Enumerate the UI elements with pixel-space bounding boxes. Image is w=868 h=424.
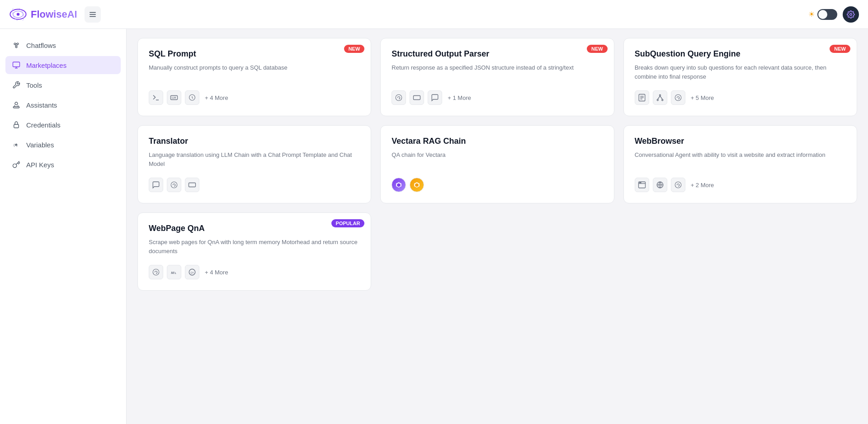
card-title: SQL Prompt [149, 49, 333, 59]
card-desc-6: Conversational Agent with ability to vis… [635, 151, 846, 169]
credentials-icon [12, 120, 21, 129]
terminal-icon [149, 90, 163, 105]
logo-text: FlowiseAI [31, 9, 77, 20]
svg-point-7 [850, 13, 852, 15]
svg-line-13 [17, 45, 18, 47]
svg-point-17 [15, 102, 18, 105]
svg-point-35 [661, 99, 663, 101]
card-icons-7: M/ʟ QA + 4 More [149, 265, 360, 279]
card-icons-4 [149, 178, 360, 192]
sidebar-item-chatflows[interactable]: Chatflows [5, 36, 121, 54]
settings-icon [847, 10, 855, 19]
svg-point-47 [639, 183, 640, 183]
card-icons: LLM + 4 More [149, 90, 360, 105]
card-title-3: SubQuestion Query Engine [635, 49, 819, 59]
api-keys-label: API Keys [26, 161, 54, 169]
card-subquestion-query-engine[interactable]: NEW SubQuestion Query Engine Breaks down… [623, 38, 857, 116]
motorhead-icon: M/ʟ [167, 265, 181, 279]
svg-point-33 [659, 94, 660, 96]
sun-icon: ☀ [808, 10, 815, 19]
openai-icon-5 [671, 178, 685, 192]
sidebar-item-marketplaces[interactable]: Marketplaces [5, 56, 121, 74]
svg-rect-40 [189, 183, 196, 187]
api-keys-icon [12, 160, 21, 169]
card-more-text-6: + 2 More [691, 182, 714, 188]
assistants-label: Assistants [26, 101, 57, 109]
sidebar-item-assistants[interactable]: Assistants [5, 96, 121, 114]
sidebar-item-credentials[interactable]: Credentials [5, 116, 121, 134]
hamburger-button[interactable] [85, 6, 101, 23]
card-title-5: Vectara RAG Chain [392, 137, 576, 146]
qa-icon: QA [185, 265, 199, 279]
svg-rect-14 [13, 62, 20, 67]
card-structured-output-parser[interactable]: NEW Structured Output Parser Return resp… [380, 38, 614, 116]
svg-rect-28 [414, 96, 420, 100]
card-desc-2: Return response as a specified JSON stru… [392, 63, 603, 81]
topbar: FlowiseAI ☀ [0, 0, 868, 29]
svg-point-52 [153, 269, 159, 275]
settings-button[interactable] [843, 6, 859, 23]
docs-icon [635, 90, 649, 105]
network-icon [653, 178, 667, 192]
card-desc: Manually construct prompts to query a SQ… [149, 63, 360, 81]
card-translator[interactable]: Translator Language translation using LL… [137, 125, 371, 203]
svg-text:(x): (x) [14, 143, 18, 147]
card-icons-5 [392, 178, 603, 192]
openai-icon [185, 90, 199, 105]
layout: Chatflows Marketplaces Tools [0, 29, 868, 424]
card-desc-3: Breaks down query into sub questions for… [635, 63, 846, 81]
marketplaces-icon [12, 61, 21, 70]
main-content: new SQL Prompt Manually construct prompt… [127, 29, 868, 424]
svg-point-39 [171, 182, 177, 188]
card-more-text-3: + 5 More [691, 94, 714, 101]
sidebar: Chatflows Marketplaces Tools [0, 29, 127, 424]
llm-icon-2 [410, 90, 424, 105]
card-desc-4: Language translation using LLM Chain wit… [149, 151, 360, 169]
llm-icon-4 [185, 178, 199, 192]
toggle-knob [818, 10, 827, 19]
card-webpage-qna[interactable]: POPULAR WebPage QnA Scrape web pages for… [137, 212, 371, 291]
card-icons-6: + 2 More [635, 178, 846, 192]
logo-graphic [9, 8, 27, 21]
svg-point-2 [17, 13, 19, 15]
openai-icon-2 [392, 90, 406, 105]
card-vectara-rag-chain[interactable]: Vectara RAG Chain QA chain for Vectara [380, 125, 614, 203]
card-title-4: Translator [149, 137, 333, 146]
card-title-6: WebBrowser [635, 137, 819, 146]
card-sql-prompt[interactable]: new SQL Prompt Manually construct prompt… [137, 38, 371, 116]
card-webbrowser[interactable]: WebBrowser Conversational Agent with abi… [623, 125, 857, 203]
tools-label: Tools [26, 81, 42, 89]
svg-text:M/ʟ: M/ʟ [171, 271, 176, 274]
chat-icon [428, 90, 442, 105]
card-desc-5: QA chain for Vectara [392, 151, 603, 169]
svg-line-37 [660, 96, 662, 99]
chat-prompt-icon [149, 178, 163, 192]
badge-new-2: NEW [587, 45, 608, 53]
svg-text:LLM: LLM [172, 97, 176, 99]
tools-icon [12, 80, 21, 90]
sidebar-item-api-keys[interactable]: API Keys [5, 155, 121, 174]
badge-new: new [344, 45, 365, 53]
theme-toggle[interactable]: ☀ [808, 9, 837, 20]
card-more-text: + 4 More [205, 94, 228, 101]
chatflows-label: Chatflows [26, 42, 56, 49]
sidebar-item-tools[interactable]: Tools [5, 76, 121, 94]
sidebar-item-variables[interactable]: (x) Variables [5, 136, 121, 154]
svg-point-51 [675, 182, 681, 188]
card-title-2: Structured Output Parser [392, 49, 576, 59]
card-icons-3: + 5 More [635, 90, 846, 105]
openai-icon-6 [149, 265, 163, 279]
marketplaces-label: Marketplaces [26, 61, 66, 69]
svg-text:QA: QA [190, 271, 194, 274]
credentials-label: Credentials [26, 121, 61, 129]
logo: FlowiseAI [9, 8, 77, 21]
toggle-track[interactable] [817, 9, 837, 20]
svg-point-27 [396, 94, 402, 101]
browser-icon [635, 178, 649, 192]
svg-point-48 [640, 183, 641, 183]
vectara1-icon [392, 178, 406, 192]
card-desc-7: Scrape web pages for QnA with long term … [149, 238, 360, 256]
nodes-icon [653, 90, 667, 105]
svg-point-34 [657, 99, 658, 101]
assistants-icon [12, 100, 21, 109]
